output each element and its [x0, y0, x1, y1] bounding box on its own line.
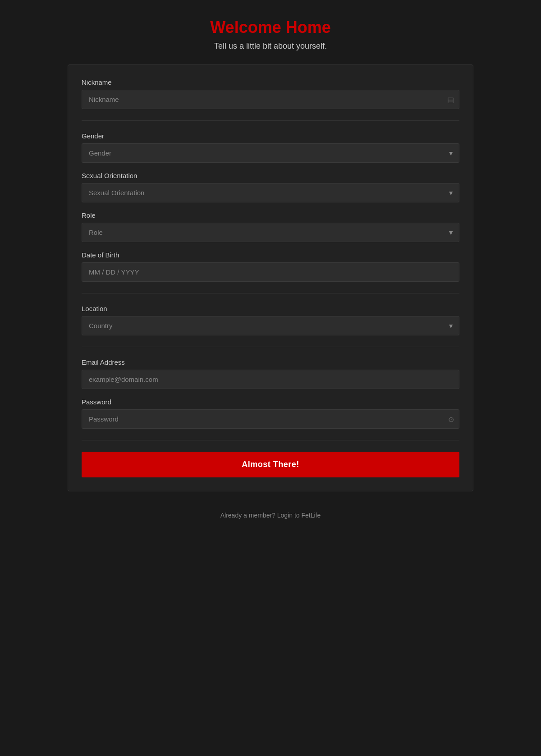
dob-input[interactable]: [82, 262, 459, 282]
email-input[interactable]: [82, 370, 459, 389]
orientation-field-group: Sexual Orientation Sexual Orientation St…: [82, 172, 459, 202]
location-label: Location: [82, 305, 459, 312]
role-select[interactable]: Role Dominant Submissive Switch Other: [82, 223, 459, 242]
profile-section: Gender Gender Male Female Non-binary Oth…: [82, 132, 459, 293]
submit-section: Almost There!: [82, 452, 459, 477]
credentials-section: Email Address Password ⊙: [82, 358, 459, 440]
password-input[interactable]: [82, 409, 459, 429]
nickname-input-wrapper: ▤: [82, 90, 459, 109]
orientation-select-wrapper: Sexual Orientation Straight Gay Bisexual…: [82, 183, 459, 202]
orientation-select[interactable]: Sexual Orientation Straight Gay Bisexual…: [82, 183, 459, 202]
email-label: Email Address: [82, 358, 459, 366]
password-label: Password: [82, 398, 459, 406]
page-wrapper: Welcome Home Tell us a little bit about …: [68, 18, 473, 519]
dob-field-group: Date of Birth: [82, 251, 459, 282]
location-section: Location Country United States United Ki…: [82, 305, 459, 347]
registration-form: Nickname ▤ Gender Gender Male Female Non…: [68, 64, 473, 491]
nickname-section: Nickname ▤: [82, 78, 459, 121]
login-link[interactable]: Already a member? Login to FetLife: [220, 512, 321, 519]
password-field-group: Password ⊙: [82, 398, 459, 429]
gender-select[interactable]: Gender Male Female Non-binary Other: [82, 143, 459, 163]
nickname-label: Nickname: [82, 78, 459, 86]
dob-label: Date of Birth: [82, 251, 459, 259]
gender-select-wrapper: Gender Male Female Non-binary Other ▼: [82, 143, 459, 163]
submit-button[interactable]: Almost There!: [82, 452, 459, 477]
nickname-input[interactable]: [82, 90, 459, 109]
orientation-label: Sexual Orientation: [82, 172, 459, 179]
page-subtitle: Tell us a little bit about yourself.: [214, 41, 327, 51]
email-field-group: Email Address: [82, 358, 459, 389]
location-field-group: Location Country United States United Ki…: [82, 305, 459, 335]
gender-field-group: Gender Gender Male Female Non-binary Oth…: [82, 132, 459, 163]
role-select-wrapper: Role Dominant Submissive Switch Other ▼: [82, 223, 459, 242]
role-label: Role: [82, 211, 459, 219]
country-select-wrapper: Country United States United Kingdom Can…: [82, 316, 459, 335]
country-select[interactable]: Country United States United Kingdom Can…: [82, 316, 459, 335]
role-field-group: Role Role Dominant Submissive Switch Oth…: [82, 211, 459, 242]
password-input-wrapper: ⊙: [82, 409, 459, 429]
nickname-field-group: Nickname ▤: [82, 78, 459, 109]
page-title: Welcome Home: [210, 18, 330, 37]
gender-label: Gender: [82, 132, 459, 140]
